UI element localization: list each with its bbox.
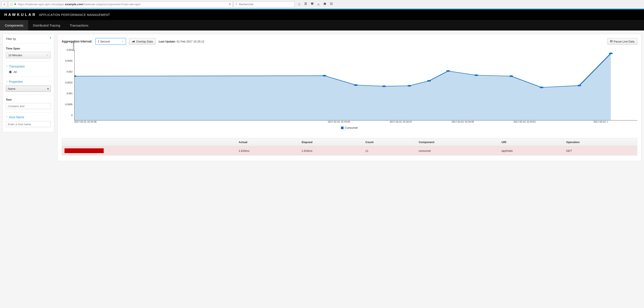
pause-live-data-button[interactable]: Pause Live Data bbox=[608, 38, 637, 45]
transaction-all-label: All bbox=[14, 70, 16, 74]
y-tick: 0.003 bbox=[66, 48, 72, 51]
table-row[interactable]: 1.816ms 1.816ms 11 consumer /api/hello G… bbox=[62, 146, 637, 156]
table-header-count[interactable]: Count bbox=[363, 138, 416, 146]
info-icon: ⓘ bbox=[10, 2, 13, 6]
text-filter-input[interactable] bbox=[6, 103, 51, 109]
x-tick: 2017-02-01 1 bbox=[594, 120, 608, 123]
svg-point-10 bbox=[509, 75, 513, 77]
chevron-down-icon bbox=[121, 40, 124, 43]
svg-point-8 bbox=[446, 70, 450, 72]
legend-swatch bbox=[341, 126, 344, 129]
aggregation-select[interactable]: 1 Second bbox=[96, 38, 126, 45]
time-span-select[interactable]: 10 Minutes bbox=[6, 52, 51, 58]
table-header-operation[interactable]: Operation bbox=[564, 138, 637, 146]
brand-logo: HAWKULAR bbox=[4, 13, 36, 17]
y-tick: 0.0015 bbox=[65, 81, 72, 84]
back-button[interactable] bbox=[1, 1, 8, 8]
divider bbox=[6, 77, 51, 77]
url-bar[interactable]: ⓘ https://hawkular-apm-apm.cloudapps.exa… bbox=[8, 1, 233, 8]
lock-icon bbox=[14, 2, 16, 6]
home-icon[interactable] bbox=[323, 2, 326, 6]
clipboard-icon[interactable] bbox=[304, 2, 308, 6]
svg-point-6 bbox=[408, 85, 411, 87]
x-tick: 2017-02-01 15:24:45 bbox=[328, 120, 350, 123]
hostname-label: Host Name bbox=[9, 116, 24, 119]
last-update-value: 01 Feb 2017 15:25:12 bbox=[177, 40, 204, 43]
table-header-color[interactable] bbox=[62, 138, 236, 146]
filter-sidebar: Filter by Time Span 10 Minutes Transacti… bbox=[2, 34, 54, 132]
refresh-icon[interactable]: ↻ bbox=[229, 2, 231, 6]
time-span-label: Time Span bbox=[6, 47, 51, 50]
overlap-data-label: Overlap Data bbox=[136, 40, 153, 43]
properties-section-toggle[interactable]: Properties bbox=[6, 80, 51, 84]
app-header: HAWKULAR APPLICATION PERFORMANCE MANAGEM… bbox=[0, 10, 644, 20]
content-toolbar: Aggregation Interval: 1 Second Overlap D… bbox=[62, 38, 637, 45]
cell-actual: 1.816ms bbox=[236, 146, 299, 156]
cell-operation: GET bbox=[564, 146, 637, 156]
aggregation-label: Aggregation Interval: bbox=[62, 40, 92, 43]
tab-components[interactable]: Components bbox=[0, 20, 28, 30]
divider bbox=[6, 62, 51, 62]
last-update-label: Last Update: bbox=[158, 40, 176, 43]
properties-value: Name bbox=[8, 87, 16, 90]
chart-legend: Consumer bbox=[62, 126, 637, 130]
pocket-icon[interactable] bbox=[310, 2, 314, 6]
tab-distributed-tracing[interactable]: Distributed Tracing bbox=[28, 20, 65, 30]
transaction-all-radio[interactable]: All bbox=[9, 70, 51, 74]
browser-search-input[interactable] bbox=[239, 2, 293, 6]
chevron-left-icon bbox=[49, 36, 52, 40]
chevron-down-icon bbox=[6, 65, 8, 68]
overlap-data-button[interactable]: Overlap Data bbox=[129, 38, 156, 45]
table-header-actual[interactable]: Actual bbox=[236, 138, 299, 146]
chart-plot-area[interactable] bbox=[74, 50, 637, 120]
time-span-value: 10 Minutes bbox=[8, 54, 22, 57]
y-tick: 0 bbox=[71, 114, 72, 116]
legend-label: Consumer bbox=[345, 126, 358, 130]
transaction-section-toggle[interactable]: Transaction bbox=[6, 65, 51, 68]
x-tick: 2017-02-01 15:24:49 bbox=[452, 120, 474, 123]
chart-svg bbox=[74, 50, 637, 120]
chart-y-axis: Seconds 00.00050.0010.00150.0020.00250.0… bbox=[62, 48, 74, 120]
star-icon[interactable]: ☆ bbox=[298, 2, 301, 6]
chart: Seconds 00.00050.0010.00150.0020.00250.0… bbox=[62, 48, 637, 120]
divider bbox=[6, 112, 51, 112]
chart-x-axis: 2017-02-01 15:24:362017-02-01 15:24:4520… bbox=[74, 120, 637, 124]
browser-search[interactable] bbox=[234, 1, 294, 8]
pause-live-data-label: Pause Live Data bbox=[614, 40, 634, 43]
cell-count: 11 bbox=[363, 146, 416, 156]
properties-select[interactable]: Name ▾ bbox=[6, 86, 51, 92]
chevron-down-icon bbox=[6, 116, 8, 118]
search-icon bbox=[235, 2, 238, 6]
data-table: Actual Elapsed Count Component URI Opera… bbox=[62, 138, 637, 156]
collapse-sidebar-button[interactable] bbox=[49, 36, 52, 40]
chevron-down-icon bbox=[46, 54, 48, 57]
filter-by-label: Filter by bbox=[6, 37, 51, 40]
download-icon[interactable] bbox=[317, 2, 320, 6]
app-subtitle: APPLICATION PERFORMANCE MANAGEMENT bbox=[39, 13, 110, 16]
chrome-icon-group: ☆ bbox=[298, 2, 333, 6]
cell-component: consumer bbox=[416, 146, 499, 156]
content-panel: Aggregation Interval: 1 Second Overlap D… bbox=[58, 34, 642, 161]
y-tick: 0.0025 bbox=[65, 60, 72, 62]
y-tick: 0.001 bbox=[66, 92, 72, 95]
chevron-down-icon: ▾ bbox=[47, 87, 49, 90]
svg-point-12 bbox=[577, 85, 581, 86]
hostname-input[interactable] bbox=[6, 121, 51, 127]
transaction-all-radio-input[interactable] bbox=[9, 70, 12, 74]
main-nav: Components Distributed Tracing Transacti… bbox=[0, 20, 644, 30]
tab-transactions[interactable]: Transactions bbox=[65, 20, 93, 30]
y-tick: 0.002 bbox=[66, 70, 72, 73]
table-header-component[interactable]: Component bbox=[416, 138, 499, 146]
table-header-elapsed[interactable]: Elapsed bbox=[299, 138, 363, 146]
arrow-left-icon bbox=[3, 3, 6, 6]
table-header: Actual Elapsed Count Component URI Opera… bbox=[62, 138, 637, 146]
area-chart-icon bbox=[132, 40, 135, 43]
hostname-section-toggle[interactable]: Host Name bbox=[6, 116, 51, 119]
x-tick: 2017-02-01 15:24:51 bbox=[514, 120, 536, 123]
menu-icon[interactable] bbox=[330, 2, 333, 6]
svg-rect-0 bbox=[610, 40, 611, 42]
table-header-uri[interactable]: URI bbox=[499, 138, 564, 146]
browser-toolbar: ⓘ https://hawkular-apm-apm.cloudapps.exa… bbox=[0, 0, 644, 9]
last-update: Last Update: 01 Feb 2017 15:25:12 bbox=[158, 40, 204, 43]
divider bbox=[6, 44, 51, 44]
